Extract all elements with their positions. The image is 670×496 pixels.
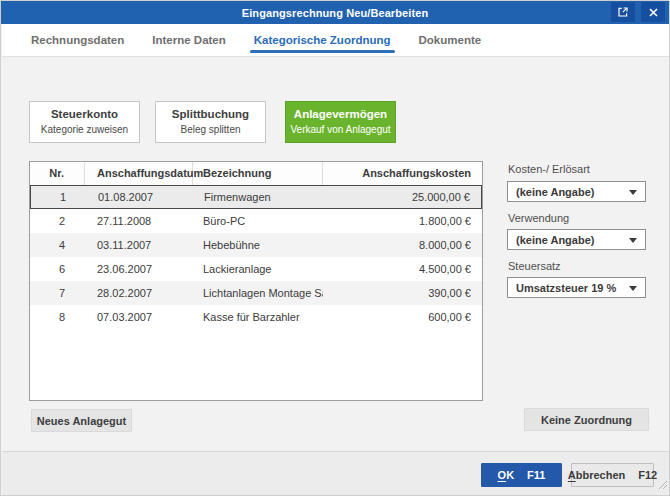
chevron-down-icon — [629, 286, 637, 291]
cell-kosten: 4.500,00 € — [323, 257, 482, 281]
card-splittbuchung[interactable]: Splittbuchung Beleg splitten — [155, 101, 266, 143]
abbrechen-label: A — [568, 469, 576, 481]
ok-shortcut: F11 — [527, 469, 545, 481]
table-row[interactable]: 7 28.02.2007 Lichtanlagen Montage Satz 3… — [30, 281, 482, 305]
table-row[interactable]: 6 23.06.2007 Lackieranlage 4.500,00 € — [30, 257, 482, 281]
cell-kosten: 390,00 € — [323, 281, 482, 305]
cell-datum: 03.11.2007 — [85, 233, 193, 257]
titlebar-buttons — [611, 2, 665, 22]
cell-datum: 07.03.2007 — [85, 305, 193, 329]
table-row[interactable]: 8 07.03.2007 Kasse für Barzahler 600,00 … — [30, 305, 482, 329]
selected-value: Umsatzsteuer 19 % — [516, 282, 616, 294]
cell-bezeichnung: Hebebühne — [193, 233, 323, 257]
tab-rechnungsdaten[interactable]: Rechnungsdaten — [29, 24, 126, 56]
cell-bezeichnung: Lichtanlagen Montage Satz — [193, 281, 323, 305]
abbrechen-button[interactable]: Abbrechen F12 — [571, 463, 654, 487]
popout-icon — [617, 6, 629, 18]
resize-grip-icon[interactable] — [656, 476, 668, 494]
cell-kosten: 600,00 € — [323, 305, 482, 329]
tab-dokumente[interactable]: Dokumente — [417, 24, 484, 56]
tab-interne-daten[interactable]: Interne Daten — [150, 24, 228, 56]
cell-datum: 27.11.2008 — [85, 209, 193, 233]
popout-button[interactable] — [611, 2, 635, 22]
mode-cards: Steuerkonto Kategorie zuweisen Splittbuc… — [29, 101, 396, 143]
cell-kosten: 8.000,00 € — [323, 233, 482, 257]
card-anlagevermoegen[interactable]: Anlagevermögen Verkauf von Anlagegut — [285, 101, 396, 143]
selected-value: (keine Angabe) — [516, 234, 594, 246]
chevron-down-icon — [629, 190, 637, 195]
cell-bezeichnung: Büro-PC — [193, 209, 323, 233]
column-header-anschaffungsdatum: Anschaffungsdatum — [85, 162, 193, 185]
chevron-down-icon — [629, 238, 637, 243]
table-header: Nr. Anschaffungsdatum Bezeichnung Anscha… — [30, 162, 482, 185]
close-button[interactable] — [641, 2, 665, 22]
cell-kosten: 25.000,00 € — [324, 186, 481, 208]
cell-nr: 4 — [30, 233, 85, 257]
kosten-erloesart-label: Kosten-/ Erlösart — [508, 164, 590, 175]
kosten-erloesart-select[interactable]: (keine Angabe) — [507, 181, 646, 202]
cell-nr: 1 — [31, 186, 86, 208]
card-subtitle: Beleg splitten — [180, 125, 240, 135]
assets-table: Nr. Anschaffungsdatum Bezeichnung Anscha… — [29, 161, 483, 401]
table-row[interactable]: 2 27.11.2008 Büro-PC 1.800,00 € — [30, 209, 482, 233]
card-subtitle: Verkauf von Anlagegut — [290, 125, 390, 135]
tab-bar: Rechnungsdaten Interne Daten Kategorisch… — [2, 24, 670, 57]
cell-nr: 2 — [30, 209, 85, 233]
window-title: Eingangsrechnung Neu/Bearbeiten — [242, 7, 428, 19]
cell-bezeichnung: Firmenwagen — [194, 186, 324, 208]
close-icon — [649, 8, 658, 17]
content-area: Steuerkonto Kategorie zuweisen Splittbuc… — [2, 58, 670, 450]
column-header-nr: Nr. — [30, 162, 85, 185]
steuersatz-label: Steuersatz — [508, 261, 561, 272]
verwendung-select[interactable]: (keine Angabe) — [507, 229, 646, 250]
table-body: 1 01.08.2007 Firmenwagen 25.000,00 € 2 2… — [30, 185, 482, 329]
cell-nr: 6 — [30, 257, 85, 281]
cell-nr: 7 — [30, 281, 85, 305]
titlebar: Eingangsrechnung Neu/Bearbeiten — [1, 1, 669, 24]
column-header-bezeichnung: Bezeichnung — [193, 162, 323, 185]
abbrechen-shortcut: F12 — [638, 469, 657, 481]
card-steuerkonto[interactable]: Steuerkonto Kategorie zuweisen — [29, 101, 140, 143]
cell-kosten: 1.800,00 € — [323, 209, 482, 233]
keine-zuordnung-button[interactable]: Keine Zuordnung — [524, 408, 649, 431]
card-title: Steuerkonto — [51, 109, 118, 121]
column-header-anschaffungskosten: Anschaffungskosten — [323, 162, 482, 185]
cell-datum: 23.06.2007 — [85, 257, 193, 281]
neues-anlagegut-button[interactable]: Neues Anlagegut — [31, 409, 132, 432]
card-title: Splittbuchung — [172, 109, 249, 121]
cell-bezeichnung: Lackieranlage — [193, 257, 323, 281]
table-row[interactable]: 4 03.11.2007 Hebebühne 8.000,00 € — [30, 233, 482, 257]
tab-kategorische-zuordnung[interactable]: Kategorische Zuordnung — [252, 24, 393, 56]
verwendung-label: Verwendung — [508, 213, 569, 224]
dialog-window: Eingangsrechnung Neu/Bearbeiten — [0, 0, 670, 496]
table-row[interactable]: 1 01.08.2007 Firmenwagen 25.000,00 € — [30, 185, 482, 209]
ok-label: O — [498, 469, 507, 481]
cell-datum: 28.02.2007 — [85, 281, 193, 305]
cell-bezeichnung: Kasse für Barzahler — [193, 305, 323, 329]
steuersatz-select[interactable]: Umsatzsteuer 19 % — [507, 277, 646, 298]
ok-button[interactable]: OK F11 — [481, 463, 562, 487]
card-subtitle: Kategorie zuweisen — [41, 125, 128, 135]
cell-datum: 01.08.2007 — [86, 186, 194, 208]
footer-bar: OK F11 Abbrechen F12 — [2, 451, 670, 496]
card-title: Anlagevermögen — [294, 109, 387, 121]
cell-nr: 8 — [30, 305, 85, 329]
selected-value: (keine Angabe) — [516, 186, 594, 198]
